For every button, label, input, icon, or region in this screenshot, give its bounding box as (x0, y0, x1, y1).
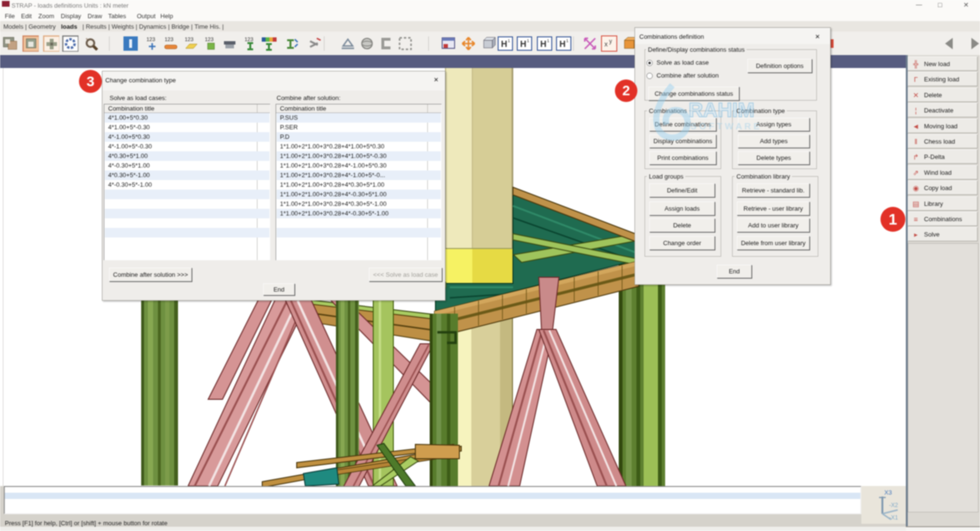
svg-text:H: H (520, 39, 526, 49)
svg-text:S O F T W A R E: S O F T W A R E (690, 121, 759, 131)
svg-text:123: 123 (146, 36, 155, 42)
svg-text:123: 123 (165, 36, 173, 42)
svg-text:H: H (501, 39, 507, 49)
svg-text:H: H (559, 39, 566, 49)
svg-text:RAHIM: RAHIM (689, 99, 755, 121)
svg-text:1: 1 (547, 38, 549, 43)
svg-text:1: 1 (527, 38, 529, 43)
svg-text:x: x (604, 40, 608, 48)
svg-text:1: 1 (508, 38, 510, 43)
svg-text:1: 1 (566, 38, 568, 43)
svg-text:X3: X3 (884, 489, 892, 496)
svg-text:-X1: -X1 (889, 514, 898, 521)
svg-text:-X2: -X2 (889, 502, 898, 508)
svg-text:H: H (540, 39, 546, 49)
svg-text:123: 123 (185, 36, 193, 42)
svg-text:123: 123 (205, 36, 213, 42)
svg-text:y: y (609, 38, 612, 45)
svg-text:123: 123 (245, 36, 253, 42)
